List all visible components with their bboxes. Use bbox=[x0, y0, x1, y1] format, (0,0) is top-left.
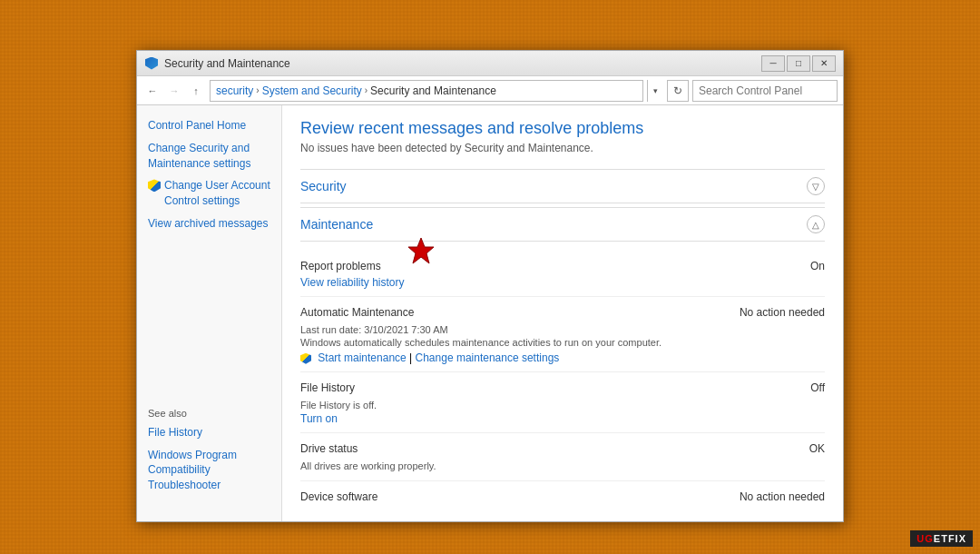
refresh-button[interactable]: ↻ bbox=[667, 80, 689, 102]
maintenance-chevron: △ bbox=[807, 215, 825, 233]
automatic-maintenance-detail1: Last run date: 3/10/2021 7:30 AM bbox=[300, 324, 825, 335]
sidebar-item-file-history[interactable]: File History bbox=[137, 421, 281, 444]
breadcrumb-current: Security and Maintenance bbox=[370, 84, 496, 97]
sidebar-item-view-archived[interactable]: View archived messages bbox=[137, 213, 281, 235]
watermark-suffix: ETFIX bbox=[934, 533, 966, 544]
drive-status-row: Drive status OK bbox=[300, 439, 825, 459]
security-chevron: ▽ bbox=[807, 177, 825, 195]
maintenance-section-title: Maintenance bbox=[300, 217, 373, 232]
sidebar-item-change-security[interactable]: Change Security and Maintenance settings bbox=[137, 137, 281, 175]
sidebar: Control Panel Home Change Security and M… bbox=[137, 105, 282, 521]
breadcrumb-control-panel[interactable]: security bbox=[216, 84, 253, 97]
breadcrumb-dropdown-button[interactable]: ▾ bbox=[647, 80, 663, 102]
maintenance-shield-icon bbox=[300, 353, 311, 364]
file-history-value: Off bbox=[810, 381, 825, 394]
file-history-label: File History bbox=[300, 381, 355, 394]
view-reliability-link[interactable]: View reliability history bbox=[300, 276, 405, 289]
address-bar: ← → ↑ security › System and Security › S… bbox=[137, 76, 843, 105]
turn-on-file-history-link[interactable]: Turn on bbox=[300, 412, 338, 425]
nav-buttons: ← → ↑ bbox=[142, 81, 206, 101]
device-software-row: Device software No action needed bbox=[300, 487, 825, 507]
report-problems-value: On bbox=[810, 260, 825, 272]
maintenance-content: Report problems On View reliability hist… bbox=[300, 242, 825, 521]
window-title: Security and Maintenance bbox=[164, 57, 756, 70]
automatic-maintenance-row: Automatic Maintenance No action needed bbox=[300, 302, 825, 322]
automatic-maintenance-block: Automatic Maintenance No action needed L… bbox=[300, 297, 825, 372]
forward-button[interactable]: → bbox=[164, 81, 184, 101]
sidebar-uac-label[interactable]: Change User Account Control settings bbox=[164, 178, 270, 209]
breadcrumb-bar: security › System and Security › Securit… bbox=[210, 80, 643, 102]
shield-icon bbox=[145, 57, 158, 70]
sidebar-item-uac[interactable]: Change User Account Control settings bbox=[137, 174, 281, 213]
window-controls: ─ □ ✕ bbox=[761, 55, 836, 72]
file-history-detail: File History is off. bbox=[300, 400, 825, 411]
watermark: UGETFIX bbox=[910, 530, 973, 547]
maximize-button[interactable]: □ bbox=[787, 55, 810, 72]
drive-status-label: Drive status bbox=[300, 442, 358, 455]
change-maintenance-settings-link[interactable]: Change maintenance settings bbox=[416, 351, 560, 364]
see-also-title: See also bbox=[137, 399, 281, 421]
back-button[interactable]: ← bbox=[142, 81, 162, 101]
drive-status-detail: All drives are working properly. bbox=[300, 460, 825, 471]
file-history-block: File History Off File History is off. Tu… bbox=[300, 372, 825, 433]
watermark-prefix: UG bbox=[916, 533, 934, 544]
automatic-maintenance-detail2: Windows automatically schedules maintena… bbox=[300, 337, 825, 348]
device-software-value: No action needed bbox=[740, 490, 825, 503]
breadcrumb-sep-2: › bbox=[365, 85, 368, 95]
report-problems-label: Report problems bbox=[300, 260, 381, 272]
uac-shield-icon bbox=[148, 179, 161, 192]
breadcrumb-system-security[interactable]: System and Security bbox=[262, 84, 362, 97]
drive-status-value: OK bbox=[809, 442, 825, 455]
window-icon bbox=[144, 56, 159, 71]
page-subtitle: No issues have been detected by Security… bbox=[300, 142, 825, 154]
maintenance-section-header[interactable]: Maintenance △ bbox=[300, 207, 825, 242]
sidebar-item-compat-troubleshooter[interactable]: Windows Program Compatibility Troublesho… bbox=[137, 444, 281, 497]
content-panel: Review recent messages and resolve probl… bbox=[282, 105, 843, 521]
report-problems-row: Report problems On bbox=[300, 256, 825, 276]
up-button[interactable]: ↑ bbox=[186, 81, 206, 101]
control-panel-window: Security and Maintenance ─ □ ✕ ← → ↑ sec… bbox=[136, 50, 844, 522]
drive-status-block: Drive status OK All drives are working p… bbox=[300, 433, 825, 481]
breadcrumb-sep-1: › bbox=[256, 85, 259, 95]
sidebar-item-control-panel-home[interactable]: Control Panel Home bbox=[137, 114, 281, 137]
minimize-button[interactable]: ─ bbox=[761, 55, 785, 72]
start-maintenance-link[interactable]: Start maintenance bbox=[318, 351, 406, 364]
device-software-block: Device software No action needed bbox=[300, 481, 825, 514]
security-section-title: Security bbox=[300, 179, 347, 193]
report-problems-block: Report problems On View reliability hist… bbox=[300, 251, 825, 297]
main-area: Control Panel Home Change Security and M… bbox=[137, 105, 843, 521]
file-history-row: File History Off bbox=[300, 378, 825, 398]
automatic-maintenance-value: No action needed bbox=[740, 306, 825, 319]
automatic-maintenance-label: Automatic Maintenance bbox=[300, 306, 414, 319]
page-title: Review recent messages and resolve probl… bbox=[300, 119, 825, 138]
device-software-label: Device software bbox=[300, 490, 377, 503]
close-button[interactable]: ✕ bbox=[812, 55, 836, 72]
search-input[interactable] bbox=[692, 80, 838, 102]
security-section-header[interactable]: Security ▽ bbox=[300, 169, 825, 203]
title-bar: Security and Maintenance ─ □ ✕ bbox=[137, 51, 843, 76]
